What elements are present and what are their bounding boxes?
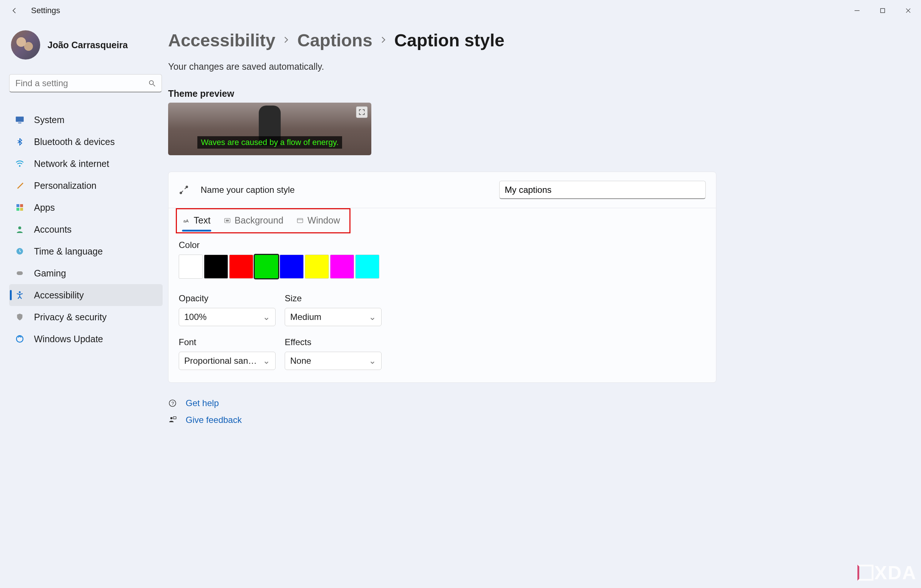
tab-label: Text — [194, 215, 210, 226]
paintbrush-icon — [15, 180, 25, 191]
sidebar-item-update[interactable]: Windows Update — [9, 328, 163, 350]
feedback-icon — [168, 416, 177, 424]
sidebar-item-label: Privacy & security — [34, 312, 107, 323]
svg-rect-1 — [880, 8, 884, 12]
search-input[interactable] — [9, 74, 162, 93]
svg-rect-26 — [173, 417, 176, 419]
color-swatch[interactable] — [204, 255, 228, 279]
svg-line-3 — [153, 84, 155, 86]
gamepad-icon — [15, 268, 25, 278]
svg-rect-7 — [16, 204, 20, 207]
size-select[interactable]: Medium ⌄ — [285, 308, 382, 326]
wifi-icon — [15, 159, 25, 169]
chevron-down-icon: ⌄ — [369, 312, 376, 322]
sidebar-item-label: Network & internet — [34, 159, 109, 169]
search-icon — [148, 79, 156, 87]
breadcrumb-captions[interactable]: Captions — [297, 30, 372, 50]
tab-background[interactable]: Background — [221, 213, 286, 231]
avatar — [11, 30, 40, 60]
color-swatch[interactable] — [280, 255, 304, 279]
font-value: Proportional sans s… — [184, 356, 257, 366]
svg-text:aA: aA — [184, 218, 189, 223]
color-swatch[interactable] — [355, 255, 379, 279]
caption-style-card: Name your caption style aA Text Backgrou… — [168, 172, 716, 383]
color-swatch[interactable] — [305, 255, 329, 279]
sidebar-item-network[interactable]: Network & internet — [9, 153, 163, 175]
sidebar-item-accounts[interactable]: Accounts — [9, 218, 163, 240]
chevron-right-icon — [283, 35, 290, 45]
sidebar-item-personalization[interactable]: Personalization — [9, 175, 163, 197]
theme-preview: Waves are caused by a flow of energy. — [168, 102, 371, 155]
sidebar-item-system[interactable]: System — [9, 109, 163, 131]
style-name-row: Name your caption style — [169, 172, 716, 208]
svg-point-25 — [170, 417, 172, 419]
background-icon — [224, 217, 231, 224]
titlebar: Settings — [0, 0, 921, 21]
clock-icon — [15, 246, 25, 257]
tab-text[interactable]: aA Text — [180, 213, 213, 231]
size-value: Medium — [290, 312, 321, 322]
sidebar-item-time[interactable]: Time & language — [9, 240, 163, 262]
expand-preview-button[interactable] — [356, 106, 368, 118]
sidebar-item-label: Time & language — [34, 246, 103, 257]
sidebar-item-privacy[interactable]: Privacy & security — [9, 306, 163, 328]
profile-name: João Carrasqueira — [47, 40, 128, 50]
watermark-icon — [858, 565, 874, 581]
color-swatch[interactable] — [179, 255, 203, 279]
color-swatch[interactable] — [330, 255, 354, 279]
color-swatch[interactable] — [229, 255, 253, 279]
sidebar-item-label: Personalization — [34, 180, 96, 191]
give-feedback-link[interactable]: Give feedback — [168, 415, 822, 425]
svg-rect-9 — [16, 208, 20, 211]
breadcrumb: Accessibility Captions Caption style — [168, 30, 822, 50]
chevron-down-icon: ⌄ — [263, 356, 270, 366]
svg-point-15 — [16, 336, 23, 342]
close-button[interactable] — [895, 0, 921, 21]
tab-label: Background — [234, 215, 283, 226]
sidebar-item-apps[interactable]: Apps — [9, 197, 163, 218]
opacity-select[interactable]: 100% ⌄ — [179, 308, 275, 326]
sidebar: João Carrasqueira System Bluetooth & dev… — [0, 21, 168, 432]
font-select[interactable]: Proportional sans s… ⌄ — [179, 352, 275, 370]
sidebar-item-accessibility[interactable]: Accessibility — [9, 284, 163, 306]
maximize-button[interactable] — [870, 0, 895, 21]
style-icon — [179, 185, 189, 195]
profile[interactable]: João Carrasqueira — [9, 30, 168, 60]
get-help-link[interactable]: ? Get help — [168, 398, 822, 408]
window-icon — [296, 217, 304, 224]
effects-select[interactable]: None ⌄ — [285, 352, 382, 370]
svg-rect-20 — [226, 219, 229, 221]
svg-rect-8 — [20, 204, 23, 207]
give-feedback-text: Give feedback — [186, 415, 242, 425]
app-title: Settings — [31, 6, 60, 15]
tab-window[interactable]: Window — [293, 213, 343, 231]
minimize-button[interactable] — [844, 0, 870, 21]
effects-value: None — [290, 356, 311, 366]
font-label: Font — [179, 337, 275, 347]
sidebar-item-gaming[interactable]: Gaming — [9, 262, 163, 284]
breadcrumb-current: Caption style — [394, 30, 504, 50]
shield-icon — [15, 312, 25, 322]
style-name-input[interactable] — [499, 181, 706, 199]
sidebar-item-bluetooth[interactable]: Bluetooth & devices — [9, 131, 163, 153]
svg-point-14 — [19, 291, 21, 293]
svg-rect-4 — [16, 117, 24, 122]
tab-label: Window — [308, 215, 340, 226]
tabs-highlighted: aA Text Background Window — [176, 208, 350, 233]
chevron-right-icon — [380, 35, 387, 45]
back-button[interactable] — [9, 5, 20, 16]
color-swatch[interactable] — [254, 255, 278, 279]
sidebar-item-label: Windows Update — [34, 334, 103, 344]
window-controls — [844, 0, 921, 21]
main-content: Accessibility Captions Caption style You… — [168, 21, 921, 432]
sidebar-item-label: Accounts — [34, 224, 72, 235]
svg-point-2 — [150, 81, 153, 85]
opacity-value: 100% — [184, 312, 207, 322]
breadcrumb-accessibility[interactable]: Accessibility — [168, 30, 275, 50]
opacity-label: Opacity — [179, 293, 275, 304]
sidebar-item-label: System — [34, 115, 64, 125]
svg-rect-10 — [20, 208, 23, 211]
sidebar-item-label: Gaming — [34, 268, 66, 279]
svg-point-11 — [18, 226, 21, 229]
search-box[interactable] — [9, 74, 162, 93]
